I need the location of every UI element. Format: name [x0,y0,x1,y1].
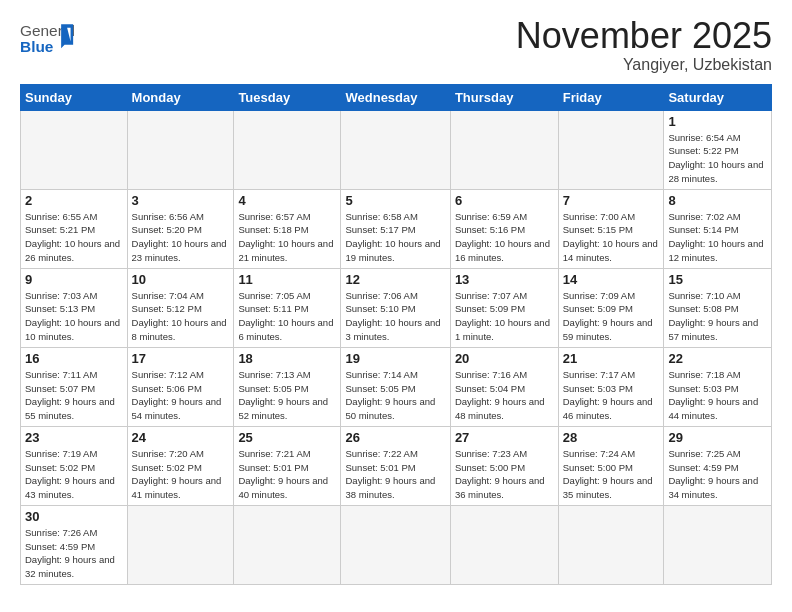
day-number: 10 [132,272,230,287]
day-info: Sunrise: 6:58 AM Sunset: 5:17 PM Dayligh… [345,210,445,265]
calendar-cell [558,110,664,189]
col-monday: Monday [127,84,234,110]
day-info: Sunrise: 7:23 AM Sunset: 5:00 PM Dayligh… [455,447,554,502]
day-info: Sunrise: 7:13 AM Sunset: 5:05 PM Dayligh… [238,368,336,423]
calendar-cell: 13Sunrise: 7:07 AM Sunset: 5:09 PM Dayli… [450,268,558,347]
day-number: 2 [25,193,123,208]
day-number: 23 [25,430,123,445]
day-info: Sunrise: 6:55 AM Sunset: 5:21 PM Dayligh… [25,210,123,265]
calendar-cell: 19Sunrise: 7:14 AM Sunset: 5:05 PM Dayli… [341,347,450,426]
calendar-cell: 29Sunrise: 7:25 AM Sunset: 4:59 PM Dayli… [664,426,772,505]
calendar-cell: 23Sunrise: 7:19 AM Sunset: 5:02 PM Dayli… [21,426,128,505]
day-number: 27 [455,430,554,445]
day-number: 5 [345,193,445,208]
calendar-week-row: 23Sunrise: 7:19 AM Sunset: 5:02 PM Dayli… [21,426,772,505]
calendar-cell: 10Sunrise: 7:04 AM Sunset: 5:12 PM Dayli… [127,268,234,347]
day-info: Sunrise: 6:56 AM Sunset: 5:20 PM Dayligh… [132,210,230,265]
day-number: 29 [668,430,767,445]
calendar-cell: 14Sunrise: 7:09 AM Sunset: 5:09 PM Dayli… [558,268,664,347]
calendar-subtitle: Yangiyer, Uzbekistan [516,56,772,74]
day-info: Sunrise: 7:17 AM Sunset: 5:03 PM Dayligh… [563,368,660,423]
col-friday: Friday [558,84,664,110]
title-block: November 2025 Yangiyer, Uzbekistan [516,16,772,74]
calendar-cell: 5Sunrise: 6:58 AM Sunset: 5:17 PM Daylig… [341,189,450,268]
calendar-header-row: Sunday Monday Tuesday Wednesday Thursday… [21,84,772,110]
col-thursday: Thursday [450,84,558,110]
day-info: Sunrise: 7:25 AM Sunset: 4:59 PM Dayligh… [668,447,767,502]
calendar-cell: 4Sunrise: 6:57 AM Sunset: 5:18 PM Daylig… [234,189,341,268]
day-number: 4 [238,193,336,208]
day-info: Sunrise: 7:02 AM Sunset: 5:14 PM Dayligh… [668,210,767,265]
calendar-cell [341,110,450,189]
day-info: Sunrise: 7:12 AM Sunset: 5:06 PM Dayligh… [132,368,230,423]
page: General Blue November 2025 Yangiyer, Uzb… [0,0,792,612]
calendar-cell: 2Sunrise: 6:55 AM Sunset: 5:21 PM Daylig… [21,189,128,268]
calendar-cell [127,505,234,584]
calendar-cell: 18Sunrise: 7:13 AM Sunset: 5:05 PM Dayli… [234,347,341,426]
calendar-week-row: 2Sunrise: 6:55 AM Sunset: 5:21 PM Daylig… [21,189,772,268]
day-info: Sunrise: 7:20 AM Sunset: 5:02 PM Dayligh… [132,447,230,502]
day-info: Sunrise: 7:16 AM Sunset: 5:04 PM Dayligh… [455,368,554,423]
calendar-cell: 15Sunrise: 7:10 AM Sunset: 5:08 PM Dayli… [664,268,772,347]
day-info: Sunrise: 6:54 AM Sunset: 5:22 PM Dayligh… [668,131,767,186]
calendar-cell: 16Sunrise: 7:11 AM Sunset: 5:07 PM Dayli… [21,347,128,426]
calendar-cell: 27Sunrise: 7:23 AM Sunset: 5:00 PM Dayli… [450,426,558,505]
logo-icon: General Blue [20,16,80,66]
calendar-cell: 17Sunrise: 7:12 AM Sunset: 5:06 PM Dayli… [127,347,234,426]
calendar-cell: 11Sunrise: 7:05 AM Sunset: 5:11 PM Dayli… [234,268,341,347]
calendar-cell [234,110,341,189]
day-number: 6 [455,193,554,208]
day-info: Sunrise: 7:19 AM Sunset: 5:02 PM Dayligh… [25,447,123,502]
calendar-cell: 12Sunrise: 7:06 AM Sunset: 5:10 PM Dayli… [341,268,450,347]
day-number: 9 [25,272,123,287]
day-number: 22 [668,351,767,366]
day-number: 19 [345,351,445,366]
calendar-cell: 25Sunrise: 7:21 AM Sunset: 5:01 PM Dayli… [234,426,341,505]
day-number: 25 [238,430,336,445]
calendar-cell: 8Sunrise: 7:02 AM Sunset: 5:14 PM Daylig… [664,189,772,268]
calendar-cell [664,505,772,584]
calendar-cell: 7Sunrise: 7:00 AM Sunset: 5:15 PM Daylig… [558,189,664,268]
calendar-cell [558,505,664,584]
day-info: Sunrise: 7:00 AM Sunset: 5:15 PM Dayligh… [563,210,660,265]
day-number: 16 [25,351,123,366]
day-info: Sunrise: 7:04 AM Sunset: 5:12 PM Dayligh… [132,289,230,344]
day-info: Sunrise: 7:03 AM Sunset: 5:13 PM Dayligh… [25,289,123,344]
calendar-week-row: 30Sunrise: 7:26 AM Sunset: 4:59 PM Dayli… [21,505,772,584]
day-number: 12 [345,272,445,287]
calendar-cell: 20Sunrise: 7:16 AM Sunset: 5:04 PM Dayli… [450,347,558,426]
calendar-cell: 3Sunrise: 6:56 AM Sunset: 5:20 PM Daylig… [127,189,234,268]
col-wednesday: Wednesday [341,84,450,110]
day-info: Sunrise: 7:14 AM Sunset: 5:05 PM Dayligh… [345,368,445,423]
day-number: 18 [238,351,336,366]
day-info: Sunrise: 7:07 AM Sunset: 5:09 PM Dayligh… [455,289,554,344]
day-number: 17 [132,351,230,366]
day-number: 15 [668,272,767,287]
day-number: 21 [563,351,660,366]
day-info: Sunrise: 7:24 AM Sunset: 5:00 PM Dayligh… [563,447,660,502]
calendar-cell [234,505,341,584]
day-number: 24 [132,430,230,445]
day-info: Sunrise: 7:11 AM Sunset: 5:07 PM Dayligh… [25,368,123,423]
day-info: Sunrise: 7:05 AM Sunset: 5:11 PM Dayligh… [238,289,336,344]
calendar-cell: 9Sunrise: 7:03 AM Sunset: 5:13 PM Daylig… [21,268,128,347]
day-info: Sunrise: 7:06 AM Sunset: 5:10 PM Dayligh… [345,289,445,344]
day-info: Sunrise: 7:21 AM Sunset: 5:01 PM Dayligh… [238,447,336,502]
day-info: Sunrise: 6:59 AM Sunset: 5:16 PM Dayligh… [455,210,554,265]
day-number: 13 [455,272,554,287]
calendar-cell: 1Sunrise: 6:54 AM Sunset: 5:22 PM Daylig… [664,110,772,189]
calendar-cell [127,110,234,189]
day-number: 11 [238,272,336,287]
col-sunday: Sunday [21,84,128,110]
calendar-title: November 2025 [516,16,772,56]
calendar-week-row: 16Sunrise: 7:11 AM Sunset: 5:07 PM Dayli… [21,347,772,426]
calendar-week-row: 9Sunrise: 7:03 AM Sunset: 5:13 PM Daylig… [21,268,772,347]
day-number: 30 [25,509,123,524]
day-number: 8 [668,193,767,208]
day-number: 14 [563,272,660,287]
calendar-table: Sunday Monday Tuesday Wednesday Thursday… [20,84,772,585]
calendar-cell [21,110,128,189]
day-number: 28 [563,430,660,445]
calendar-cell: 30Sunrise: 7:26 AM Sunset: 4:59 PM Dayli… [21,505,128,584]
calendar-cell [450,110,558,189]
